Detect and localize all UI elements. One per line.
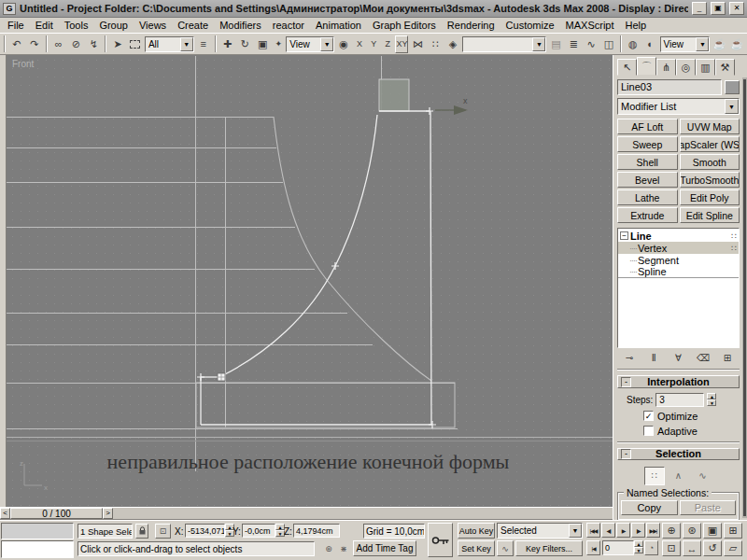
stack-item-line[interactable]: − Line ∷ <box>618 230 739 242</box>
z-coordinate-field[interactable]: 4,1794cm <box>293 524 340 538</box>
bind-to-spacewarp-icon[interactable]: ↯ <box>85 35 102 53</box>
show-end-result-icon[interactable]: Ⅱ <box>643 351 664 365</box>
region-zoom-icon[interactable]: ⊡ <box>662 540 681 556</box>
viewport-front[interactable]: x Front z x неправильное расположение ко… <box>7 55 613 507</box>
absolute-offset-toggle-icon[interactable]: ⊡ <box>155 524 171 539</box>
curve-editor-icon[interactable]: ∿ <box>583 35 599 53</box>
menu-rendering[interactable]: Rendering <box>442 19 500 32</box>
steps-field[interactable]: 3 <box>655 393 704 407</box>
current-frame-field[interactable]: 0 <box>602 540 634 555</box>
modifier-list-dropdown[interactable]: Modifier List ▼ <box>617 98 740 115</box>
dropdown-arrow-icon[interactable]: ▼ <box>532 37 545 51</box>
dropdown-arrow-icon[interactable]: ▼ <box>696 37 709 51</box>
menu-modifiers[interactable]: Modifiers <box>214 19 267 32</box>
render-type-dropdown[interactable]: View ▼ <box>660 36 711 52</box>
previous-frame-icon[interactable]: ◀| <box>601 523 615 538</box>
default-in-out-tangents-icon[interactable]: ∿ <box>497 540 514 556</box>
selection-region-icon[interactable] <box>127 35 144 53</box>
selection-filter-dropdown[interactable]: All ▼ <box>145 36 194 52</box>
remove-modifier-icon[interactable]: ⌫ <box>693 351 713 365</box>
menu-help[interactable]: Help <box>620 19 653 32</box>
dropdown-arrow-icon[interactable]: ▼ <box>180 37 193 51</box>
dropdown-arrow-icon[interactable]: ▼ <box>320 37 333 51</box>
modifier-button-smooth[interactable]: Smooth <box>680 154 740 170</box>
communicator-status-icon[interactable]: ⊛ <box>322 541 335 556</box>
tab-create-icon[interactable]: ↖ <box>617 59 637 76</box>
go-to-start-icon[interactable]: |◀◀ <box>586 523 600 538</box>
menu-file[interactable]: File <box>2 19 30 32</box>
selection-lock-icon[interactable] <box>135 524 148 539</box>
menu-graph-editors[interactable]: Graph Editors <box>367 19 442 32</box>
menu-views[interactable]: Views <box>134 19 172 32</box>
zoom-extents-icon[interactable]: ▣ <box>703 523 722 539</box>
reference-coordinate-dropdown[interactable]: View ▼ <box>286 36 334 52</box>
selected-vertex-marker[interactable] <box>218 373 225 381</box>
copy-button[interactable]: Copy <box>621 500 678 515</box>
dropdown-arrow-icon[interactable]: ▼ <box>569 524 582 538</box>
minimize-button[interactable]: _ <box>692 2 707 15</box>
menu-tools[interactable]: Tools <box>59 19 94 32</box>
rollout-interpolation-header[interactable]: Interpolation - <box>617 375 740 387</box>
object-color-swatch[interactable] <box>725 80 740 94</box>
select-and-rotate-icon[interactable]: ↻ <box>236 35 253 53</box>
modifier-button-bevel[interactable]: Bevel <box>617 172 678 188</box>
time-prev-button[interactable]: < <box>0 508 10 519</box>
unlink-selection-icon[interactable]: ⊘ <box>68 35 85 53</box>
tab-motion-icon[interactable]: ◎ <box>676 59 696 76</box>
use-center-icon[interactable]: ◉ <box>335 35 352 53</box>
menu-edit[interactable]: Edit <box>30 19 59 32</box>
arc-rotate-icon[interactable]: ↺ <box>703 540 722 556</box>
restrict-y-button[interactable]: Y <box>367 35 380 53</box>
rollout-selection-header[interactable]: Selection - <box>617 448 740 460</box>
modifier-button-edit-spline[interactable]: Edit Spline <box>680 207 740 223</box>
select-and-move-icon[interactable]: ✚ <box>219 35 236 53</box>
align-icon[interactable]: ◈ <box>444 35 461 53</box>
pan-icon[interactable]: ↔ <box>683 540 701 556</box>
modifier-button-af-loft[interactable]: AF Loft <box>617 119 678 134</box>
stack-item-vertex[interactable]: ···· Vertex ∷ <box>618 242 739 254</box>
snaps-toggle-icon[interactable]: ∷ <box>427 35 444 53</box>
render-setup-icon[interactable]: ◐ <box>642 35 659 53</box>
zoom-extents-all-icon[interactable]: ⊞ <box>724 523 742 539</box>
selection-set-dropdown[interactable]: Selected ▼ <box>497 523 583 539</box>
optimize-checkbox[interactable]: ✓ <box>643 411 654 421</box>
viewport-background[interactable] <box>7 55 613 507</box>
maxscript-mini-listener-top[interactable] <box>1 523 74 539</box>
modifier-button-mapscaler[interactable]: apScaler (WS <box>680 136 740 152</box>
undo-button[interactable]: ↶ <box>8 35 25 53</box>
panel-scrollbar[interactable] <box>742 77 747 518</box>
y-coordinate-field[interactable]: -0,0cm <box>242 524 275 538</box>
menu-group[interactable]: Group <box>93 19 134 32</box>
object-name-field[interactable]: Line03 <box>617 79 722 95</box>
configure-modifier-sets-icon[interactable]: ⊞ <box>717 351 738 365</box>
adaptive-checkbox[interactable] <box>643 426 654 436</box>
modifier-button-shell[interactable]: Shell <box>617 154 678 170</box>
maxscript-mini-listener-bottom[interactable] <box>1 540 74 558</box>
stack-item-segment[interactable]: ···· Segment <box>618 254 739 266</box>
modifier-button-lathe[interactable]: Lathe <box>617 189 678 205</box>
material-editor-icon[interactable]: ◍ <box>625 35 641 53</box>
modifier-button-sweep[interactable]: Sweep <box>617 136 678 152</box>
x-coordinate-field[interactable]: -5134,0718 <box>185 524 225 538</box>
menu-maxscript[interactable]: MAXScript <box>560 19 620 32</box>
quick-render-icon[interactable]: ☕ <box>711 35 727 53</box>
frame-spinner[interactable]: ▲▼ <box>634 540 643 553</box>
time-configuration-icon[interactable]: ◔ <box>644 540 658 555</box>
render-last-icon[interactable]: ☕ <box>728 35 745 53</box>
subobject-vertex-button[interactable]: ∷ <box>644 467 665 485</box>
select-by-name-icon[interactable]: ≡ <box>195 35 212 53</box>
menu-animation[interactable]: Animation <box>310 19 367 32</box>
select-and-scale-icon[interactable]: ▣ <box>254 35 271 53</box>
modifier-button-turbosmooth[interactable]: TurboSmooth <box>680 172 740 188</box>
next-frame-icon[interactable]: |▶ <box>631 523 645 538</box>
time-next-button[interactable]: > <box>103 508 113 519</box>
tab-hierarchy-icon[interactable]: ⋔ <box>656 59 676 76</box>
restrict-x-button[interactable]: X <box>353 35 366 53</box>
end-shape-square[interactable] <box>379 79 409 111</box>
select-object-icon[interactable]: ➤ <box>109 35 126 53</box>
menu-customize[interactable]: Customize <box>500 19 560 32</box>
modifier-button-edit-poly[interactable]: Edit Poly <box>680 189 740 205</box>
time-slider-track[interactable] <box>113 508 613 519</box>
tab-utilities-icon[interactable]: ⚒ <box>715 59 735 76</box>
modifier-button-uvw-map[interactable]: UVW Map <box>680 119 740 134</box>
